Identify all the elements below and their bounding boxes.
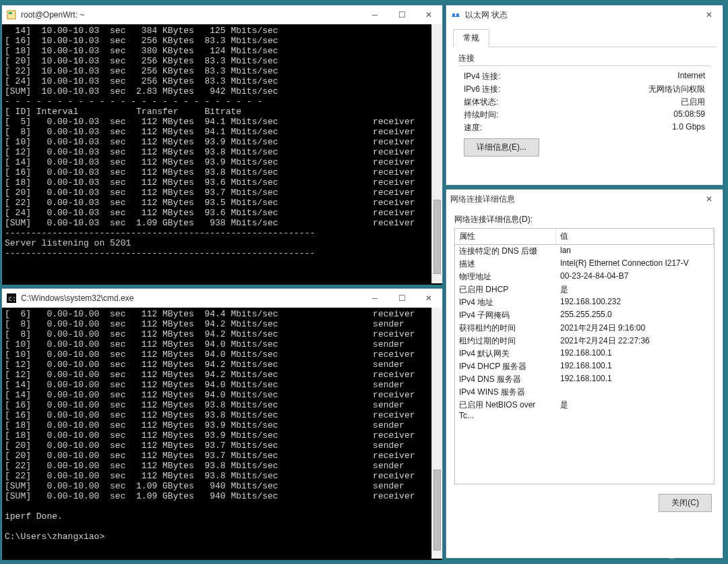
cell-value: 是 — [556, 284, 714, 295]
cell-value: 192.168.100.1 — [556, 348, 714, 360]
table-row[interactable]: IPv4 DNS 服务器192.168.100.1 — [455, 373, 714, 386]
svg-rect-6 — [452, 16, 460, 17]
putty-window: root@OpenWrt: ~ ─ ☐ ✕ 14] 10.00-10.03 se… — [1, 5, 443, 284]
tab-general[interactable]: 常规 — [453, 29, 489, 47]
status-key: IPv4 连接: — [464, 71, 501, 82]
minimize-button[interactable]: ─ — [361, 289, 388, 308]
table-header: 属性 值 — [455, 229, 714, 245]
status-value: 无网络访问权限 — [648, 84, 705, 95]
cell-value — [556, 387, 714, 398]
eth-titlebar[interactable]: 以太网 状态 ✕ — [446, 5, 723, 24]
svg-rect-5 — [456, 13, 459, 16]
status-row: IPv4 连接:Internet — [458, 70, 710, 83]
putty-titlebar[interactable]: root@OpenWrt: ~ ─ ☐ ✕ — [2, 5, 442, 24]
scrollbar[interactable] — [431, 24, 442, 283]
cell-property: 已启用 DHCP — [455, 284, 556, 295]
watermark: 值 什么值得买 — [663, 540, 723, 559]
status-row: 持续时间:05:08:59 — [458, 109, 710, 121]
cell-property: 描述 — [455, 258, 556, 270]
cmd-titlebar[interactable]: c:\ C:\Windows\system32\cmd.exe ─ ☐ ✕ — [2, 289, 442, 308]
status-key: 持续时间: — [464, 109, 498, 121]
cell-property: 物理地址 — [455, 271, 556, 283]
status-value: 已启用 — [681, 96, 705, 108]
cmd-icon: c:\ — [6, 293, 17, 304]
maximize-button[interactable]: ☐ — [388, 5, 415, 24]
table-row[interactable]: IPv4 WINS 服务器 — [455, 386, 714, 399]
putty-icon — [6, 9, 17, 20]
cell-property: IPv4 DNS 服务器 — [455, 374, 556, 385]
cell-property: IPv4 地址 — [455, 297, 556, 308]
section-connection: 连接 — [458, 53, 710, 66]
network-details-dialog: 网络连接详细信息 ✕ 网络连接详细信息(D): 属性 值 连接特定的 DNS 后… — [446, 189, 723, 559]
status-row: IPv6 连接:无网络访问权限 — [458, 83, 710, 96]
cell-property: IPv4 子网掩码 — [455, 310, 556, 321]
details-label: 网络连接详细信息(D): — [454, 214, 715, 225]
cmd-terminal[interactable]: [ 6] 0.00-10.00 sec 112 MBytes 94.4 Mbit… — [2, 308, 442, 560]
details-table[interactable]: 属性 值 连接特定的 DNS 后缀lan描述Intel(R) Ethernet … — [454, 228, 715, 484]
status-value: 05:08:59 — [673, 109, 705, 121]
table-row[interactable]: IPv4 子网掩码255.255.255.0 — [455, 309, 714, 322]
putty-terminal[interactable]: 14] 10.00-10.03 sec 384 KBytes 125 Mbits… — [2, 24, 442, 285]
table-row[interactable]: IPv4 默认网关192.168.100.1 — [455, 347, 714, 360]
close-button[interactable]: ✕ — [415, 289, 442, 308]
cell-value: 00-23-24-84-04-B7 — [556, 271, 714, 283]
close-button[interactable]: ✕ — [696, 5, 723, 24]
cell-property: IPv4 DHCP 服务器 — [455, 361, 556, 372]
status-value: 1.0 Gbps — [672, 122, 705, 134]
cell-property: 租约过期的时间 — [455, 335, 556, 347]
close-button[interactable]: ✕ — [696, 190, 723, 208]
svg-rect-0 — [7, 11, 16, 19]
svg-rect-1 — [9, 12, 12, 14]
table-row[interactable]: 描述Intel(R) Ethernet Connection I217-V — [455, 258, 714, 271]
table-row[interactable]: 已启用 NetBIOS over Tc...是 — [455, 399, 714, 421]
cell-property: 连接特定的 DNS 后缀 — [455, 246, 556, 257]
cell-value: 255.255.255.0 — [556, 310, 714, 321]
close-dialog-button[interactable]: 关闭(C) — [659, 494, 712, 512]
svg-text:c:\: c:\ — [8, 295, 16, 302]
table-row[interactable]: 物理地址00-23-24-84-04-B7 — [455, 271, 714, 283]
cell-property: IPv4 默认网关 — [455, 348, 556, 360]
table-row[interactable]: 获得租约的时间2021年2月24日 9:16:00 — [455, 322, 714, 335]
table-row[interactable]: IPv4 DHCP 服务器192.168.100.1 — [455, 360, 714, 373]
status-key: IPv6 连接: — [464, 84, 501, 95]
eth-title: 以太网 状态 — [465, 9, 696, 21]
svg-rect-4 — [452, 13, 455, 16]
scroll-thumb[interactable] — [433, 470, 441, 551]
ethernet-status-dialog: 以太网 状态 ✕ 常规 连接 IPv4 连接:InternetIPv6 连接:无… — [446, 5, 723, 186]
cmd-window: c:\ C:\Windows\system32\cmd.exe ─ ☐ ✕ [ … — [1, 288, 443, 559]
watermark-icon: 值 — [663, 540, 681, 559]
cell-value: lan — [556, 246, 714, 257]
cell-value: 192.168.100.232 — [556, 297, 714, 308]
status-key: 速度: — [464, 122, 482, 134]
details-titlebar[interactable]: 网络连接详细信息 ✕ — [446, 190, 723, 208]
table-row[interactable]: 连接特定的 DNS 后缀lan — [455, 245, 714, 258]
cell-value: 2021年2月24日 22:27:36 — [556, 335, 714, 347]
table-row[interactable]: IPv4 地址192.168.100.232 — [455, 296, 714, 309]
cell-value: 192.168.100.1 — [556, 361, 714, 372]
close-button[interactable]: ✕ — [415, 5, 442, 24]
scroll-thumb[interactable] — [433, 200, 441, 274]
cell-property: 已启用 NetBIOS over Tc... — [455, 399, 556, 420]
cell-value: Intel(R) Ethernet Connection I217-V — [556, 258, 714, 270]
status-row: 速度:1.0 Gbps — [458, 121, 710, 134]
cmd-title: C:\Windows\system32\cmd.exe — [21, 293, 361, 303]
details-button[interactable]: 详细信息(E)... — [464, 138, 539, 157]
minimize-button[interactable]: ─ — [361, 5, 388, 24]
cell-property: 获得租约的时间 — [455, 322, 556, 334]
col-value[interactable]: 值 — [556, 229, 714, 244]
scrollbar[interactable] — [431, 308, 442, 559]
table-row[interactable]: 租约过期的时间2021年2月24日 22:27:36 — [455, 335, 714, 347]
maximize-button[interactable]: ☐ — [388, 289, 415, 308]
cell-value: 2021年2月24日 9:16:00 — [556, 322, 714, 334]
status-row: 媒体状态:已启用 — [458, 96, 710, 109]
status-key: 媒体状态: — [464, 96, 498, 108]
watermark-text: 什么值得买 — [686, 544, 723, 555]
cell-value: 是 — [556, 399, 714, 420]
col-property[interactable]: 属性 — [455, 229, 556, 244]
details-title: 网络连接详细信息 — [450, 194, 696, 205]
table-row[interactable]: 已启用 DHCP是 — [455, 283, 714, 296]
network-icon — [450, 9, 461, 20]
putty-title: root@OpenWrt: ~ — [21, 10, 361, 20]
cell-property: IPv4 WINS 服务器 — [455, 387, 556, 398]
status-value: Internet — [677, 71, 705, 82]
